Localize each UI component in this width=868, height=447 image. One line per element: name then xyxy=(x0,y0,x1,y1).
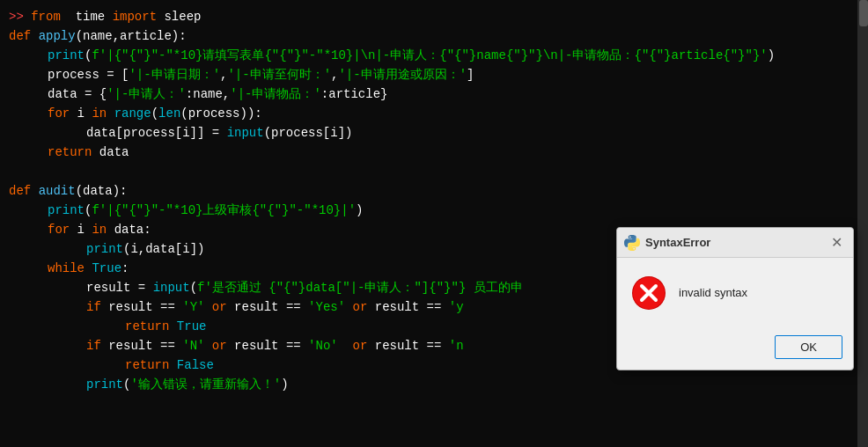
dialog-title-text: SyntaxError xyxy=(645,236,710,249)
code-line-2: def apply (name,article): xyxy=(0,26,868,46)
code-line-1: >> from time import sleep xyxy=(0,7,868,26)
code-line-5: data = { '|-申请人：' :name, '|-申请物品：' :arti… xyxy=(0,84,868,104)
syntax-error-dialog: SyntaxError ✕ invalid syntax OK xyxy=(616,227,854,370)
dialog-close-button[interactable]: ✕ xyxy=(827,233,846,253)
code-editor: >> from time import sleep def apply (nam… xyxy=(0,0,868,447)
code-line-7: data[process[i]] = input (process[i]) xyxy=(0,123,868,143)
dialog-footer: OK xyxy=(617,328,853,370)
code-line-8: return data xyxy=(0,143,868,162)
code-line-9 xyxy=(0,162,868,181)
dialog-message: invalid syntax xyxy=(679,285,747,301)
code-line-11: print ( f'|{"{"}"-"*10}上级审核{"{"}"-"*10}|… xyxy=(0,201,868,220)
code-line-4: process = [ '|-申请日期：' , '|-申请至何时：' , '|-… xyxy=(0,65,868,84)
dialog-titlebar: SyntaxError ✕ xyxy=(617,228,853,258)
code-line-10: def audit (data): xyxy=(0,181,868,201)
scrollbar-thumb[interactable] xyxy=(859,0,868,26)
python-icon xyxy=(624,235,640,251)
dialog-title-left: SyntaxError xyxy=(624,235,710,251)
error-icon xyxy=(631,275,666,311)
ok-button[interactable]: OK xyxy=(775,335,842,359)
dialog-body: invalid syntax xyxy=(617,258,853,328)
code-line-6: for i in range ( len (process)): xyxy=(0,104,868,123)
scrollbar[interactable] xyxy=(857,0,868,447)
code-line-20: print ( '输入错误，请重新输入！' ) xyxy=(0,375,868,394)
code-line-3: print ( f'|{"{"}"-"*10}请填写表单{"{"}"-"*10}… xyxy=(0,46,868,65)
